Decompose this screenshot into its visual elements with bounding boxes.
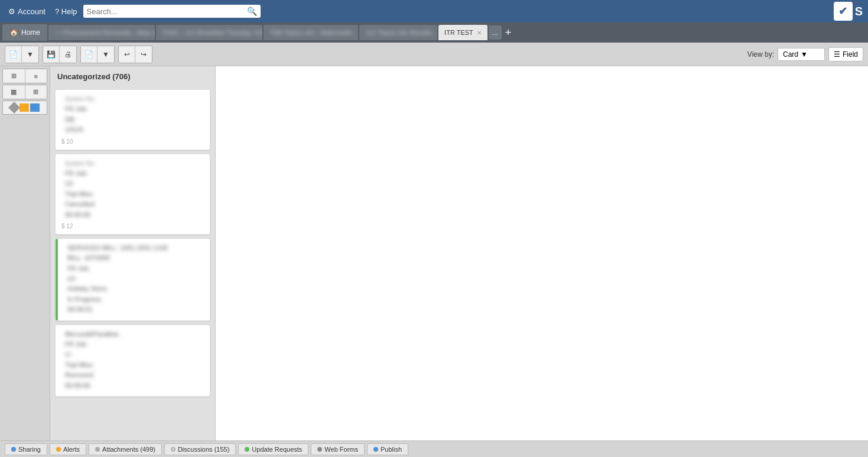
lt-form-button[interactable]: ≡ bbox=[25, 69, 47, 83]
card3-value6: In Progress: bbox=[67, 296, 102, 303]
tab-close-icon[interactable]: ✕ bbox=[477, 30, 482, 36]
lt-calendar-button[interactable]: ▦ bbox=[3, 85, 25, 99]
edit-dropdown-button[interactable]: ▼ bbox=[97, 46, 114, 63]
search-input[interactable] bbox=[87, 7, 245, 16]
redo-button[interactable]: ↪ bbox=[135, 46, 152, 63]
discussions-label: Discussions (155) bbox=[178, 446, 229, 453]
card2-value1: FR Job: bbox=[65, 170, 88, 177]
edit-button[interactable]: 📄 bbox=[81, 46, 97, 63]
column-cards[interactable]: System No: FR Job: DB: 1/01/0 $ 1 bbox=[50, 87, 215, 440]
tab-add-button[interactable]: + bbox=[503, 27, 514, 39]
view-by-select[interactable]: Card ▼ bbox=[778, 48, 825, 61]
new-button[interactable]: 📄 bbox=[5, 46, 22, 63]
search-icon: 🔍 bbox=[247, 7, 257, 16]
lt-grid-button[interactable]: ⊞ bbox=[3, 69, 25, 83]
webforms-dot bbox=[317, 447, 322, 452]
undo-icon: ↩ bbox=[124, 50, 130, 59]
card4-value2: FR Job: bbox=[65, 341, 88, 348]
dropdown-arrow-icon: ▼ bbox=[27, 50, 34, 59]
bottom-tab-sharing[interactable]: Sharing bbox=[5, 443, 47, 455]
bottom-tab-publish[interactable]: Publish bbox=[367, 443, 408, 455]
account-label: Account bbox=[18, 7, 45, 16]
view-by-value: Card bbox=[783, 50, 798, 59]
tab-add-icon: + bbox=[505, 27, 512, 38]
card1-label1: System No: bbox=[65, 96, 96, 102]
card4-value3: LI: bbox=[65, 351, 72, 358]
color-blue-swatch bbox=[30, 103, 40, 112]
main-empty-area bbox=[216, 66, 868, 440]
field-icon: ☰ bbox=[834, 50, 840, 59]
tab-item-0[interactable]: ~~ Procurement Renewals - New, Apr, All … bbox=[48, 25, 155, 40]
card4-value4: Tripl Misc: bbox=[65, 361, 95, 368]
help-label: ? Help bbox=[55, 7, 77, 16]
card3-value7: 00:00:01 bbox=[67, 306, 93, 313]
color-yellow-swatch bbox=[19, 103, 29, 112]
lt-group-view: ⊞ ≡ bbox=[2, 69, 47, 83]
left-toolbar: ⊞ ≡ ▦ ⊞ bbox=[0, 66, 50, 440]
tab-more-label: ... bbox=[492, 28, 498, 37]
new-doc-icon: 📄 bbox=[9, 50, 18, 59]
toolbar-group-edit: 📄 ▼ bbox=[80, 46, 115, 63]
logo-text: S bbox=[855, 5, 863, 18]
toolbar-group-save: 💾 🖨 bbox=[43, 46, 77, 63]
field-button[interactable]: ☰ Field bbox=[828, 47, 863, 61]
card1-footer: $ 10 bbox=[61, 138, 204, 145]
card2-value3: Tripl Misc: bbox=[65, 190, 95, 197]
account-menu[interactable]: ⚙ Account bbox=[5, 5, 49, 18]
kanban-card-2[interactable]: System No: FR Job: LE: Tripl Misc: Cance bbox=[55, 154, 210, 235]
new-dropdown-button[interactable]: ▼ bbox=[22, 46, 38, 63]
bottom-tab-discussions[interactable]: Discussions (155) bbox=[164, 443, 236, 455]
search-container: 🔍 bbox=[83, 5, 261, 18]
card3-value5: Holiday Store: bbox=[67, 285, 108, 292]
undo-button[interactable]: ↩ bbox=[119, 46, 135, 63]
kanban-column-uncategorized: Uncategorized (706) System No: FR Job: D… bbox=[50, 66, 216, 440]
logo-checkmark: ✔ bbox=[834, 2, 853, 21]
tab-item-3[interactable]: 1v1 Topics v4v Results bbox=[359, 25, 437, 40]
top-nav: ⚙ Account ? Help 🔍 ✔ S bbox=[0, 0, 868, 22]
tab-label-2: TSN Topics v4v - Nationwide bbox=[269, 29, 352, 36]
bottom-tab-alerts[interactable]: Alerts bbox=[50, 443, 86, 455]
form-icon: ≡ bbox=[34, 73, 38, 80]
logo-area: ✔ S bbox=[834, 2, 863, 21]
bottom-tab-web-forms[interactable]: Web Forms bbox=[311, 443, 365, 455]
save-button[interactable]: 💾 bbox=[43, 46, 60, 63]
kanban-area: Uncategorized (706) System No: FR Job: D… bbox=[50, 66, 868, 440]
kanban-card-4[interactable]: Microsoft/Parallels: FR Job: LI: Tripl M… bbox=[55, 325, 210, 397]
card3-value4: LE: bbox=[67, 275, 77, 282]
card2-value4: Cancelled: bbox=[65, 200, 96, 208]
tab-item-4-active[interactable]: ITR TEST ✕ bbox=[438, 25, 487, 40]
kanban-card-1[interactable]: System No: FR Job: DB: 1/01/0 $ 1 bbox=[55, 89, 210, 150]
tab-label-1: TSSC - 1v1 Breakfast Tuesday, Virtual bbox=[162, 29, 262, 36]
publish-dot bbox=[373, 447, 378, 452]
grid-icon: ⊞ bbox=[11, 72, 17, 80]
card1-value2: DB: bbox=[65, 116, 76, 123]
calendar-icon: ▦ bbox=[11, 88, 17, 96]
lt-group-view2: ▦ ⊞ bbox=[2, 85, 47, 99]
help-menu[interactable]: ? Help bbox=[51, 5, 81, 18]
redo-icon: ↪ bbox=[141, 50, 147, 59]
home-tab[interactable]: 🏠 Home bbox=[2, 24, 47, 41]
home-icon: 🏠 bbox=[9, 28, 18, 37]
kanban-card-3[interactable]: SERVICES MILL: 1001-1001-1100 BILL: 1072… bbox=[55, 238, 210, 321]
card3-green-bar bbox=[56, 239, 58, 320]
lt-tile-button[interactable]: ⊞ bbox=[25, 85, 47, 99]
alerts-label: Alerts bbox=[63, 446, 80, 453]
tab-item-1[interactable]: TSSC - 1v1 Breakfast Tuesday, Virtual bbox=[156, 25, 262, 40]
card2-value5: 00:00:00 bbox=[65, 211, 90, 218]
tile-icon: ⊞ bbox=[33, 88, 38, 96]
card2-amount: $ 12 bbox=[61, 223, 73, 229]
print-button[interactable]: 🖨 bbox=[60, 46, 76, 63]
bottom-bar: Sharing Alerts Attachments (499) Discuss… bbox=[0, 440, 868, 457]
home-tab-label: Home bbox=[21, 28, 40, 37]
tab-item-2[interactable]: TSN Topics v4v - Nationwide bbox=[264, 25, 358, 40]
tab-more-button[interactable]: ... bbox=[489, 25, 502, 40]
bottom-tab-update-requests[interactable]: Update Requests bbox=[238, 443, 308, 455]
card2-footer: $ 12 bbox=[61, 223, 204, 229]
bottom-tab-attachments[interactable]: Attachments (499) bbox=[89, 443, 162, 455]
card4-value5: Removed: bbox=[65, 371, 95, 378]
alerts-dot bbox=[56, 447, 61, 452]
toolbar-group-undo: ↩ ↪ bbox=[118, 46, 152, 63]
web-forms-label: Web Forms bbox=[324, 446, 358, 453]
search-button[interactable]: 🔍 bbox=[247, 7, 257, 16]
card3-value3: FR Job: bbox=[67, 265, 90, 272]
